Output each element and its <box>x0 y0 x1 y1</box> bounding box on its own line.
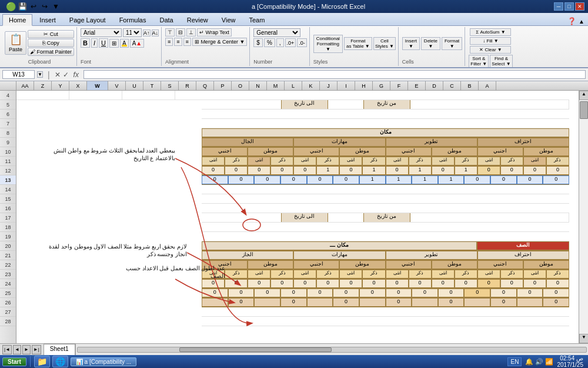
col-header-a[interactable]: A <box>479 81 496 90</box>
col-header-aa[interactable]: AA <box>16 81 34 90</box>
row-12[interactable]: 12 <box>0 166 16 175</box>
sheet-nav-next[interactable]: ► <box>22 345 31 354</box>
font-size-select[interactable]: 11 <box>123 28 142 37</box>
row-16[interactable]: 16 <box>0 204 16 213</box>
taskbar-file-manager[interactable]: 📁 <box>34 356 50 367</box>
merge-center-btn[interactable]: ⊞ Merge & Center ▼ <box>192 38 247 46</box>
copy-btn[interactable]: ⎘ Copy <box>28 39 74 47</box>
col-header-r[interactable]: R <box>179 81 196 90</box>
minimize-btn[interactable]: ─ <box>554 2 563 11</box>
col-header-w[interactable]: W <box>87 81 108 90</box>
ribbon-minimize-btn[interactable]: ▲ <box>579 18 584 25</box>
start-btn[interactable]: Start <box>2 357 26 366</box>
undo-quick-btn[interactable]: ↩ <box>29 2 38 11</box>
row-13[interactable]: 13 <box>0 175 16 185</box>
taskbar-excel-active[interactable]: 📊 a [Compatibility ... <box>71 357 136 366</box>
row-15[interactable]: 15 <box>0 194 16 204</box>
italic-btn[interactable]: I <box>91 38 98 48</box>
col-header-o[interactable]: O <box>232 81 249 90</box>
row-9[interactable]: 9 <box>0 138 16 147</box>
scroll-up-btn[interactable]: ▲ <box>579 91 588 100</box>
redo-quick-btn[interactable]: ↪ <box>40 2 49 11</box>
tab-insert[interactable]: Insert <box>33 14 62 25</box>
bold-btn[interactable]: B <box>81 38 90 48</box>
col-header-l[interactable]: L <box>285 81 302 90</box>
maximize-btn[interactable]: □ <box>564 2 574 11</box>
clear-btn[interactable]: ✕ Clear ▼ <box>470 46 511 54</box>
underline-btn[interactable]: U <box>99 38 108 48</box>
sheet-nav-last[interactable]: ►| <box>32 345 41 354</box>
tab-formulas[interactable]: Formulas <box>113 14 153 25</box>
row-18[interactable]: 18 <box>0 223 16 232</box>
align-middle-btn[interactable]: ⊟ <box>176 28 185 37</box>
row-27[interactable]: 27 <box>0 307 16 317</box>
tab-page-layout[interactable]: Page Layout <box>63 14 112 25</box>
col-header-i[interactable]: I <box>338 81 355 90</box>
h-scrollbar-track[interactable] <box>77 347 587 353</box>
col-header-p[interactable]: P <box>214 81 232 90</box>
tab-home[interactable]: Home <box>2 14 32 26</box>
cancel-formula-btn[interactable]: ✕ <box>55 71 61 79</box>
select-all-btn[interactable] <box>0 81 16 90</box>
scroll-thumb[interactable] <box>580 101 588 119</box>
align-left-btn[interactable]: ≡ <box>165 38 173 46</box>
enter-formula-btn[interactable]: ✓ <box>63 71 69 79</box>
col-header-c[interactable]: C <box>443 81 461 90</box>
row-23[interactable]: 23 <box>0 270 16 279</box>
help-btn[interactable]: ❓ <box>567 17 576 25</box>
h-scrollbar-thumb[interactable] <box>179 347 332 352</box>
find-select-btn[interactable]: Find &Select ▼ <box>490 55 512 68</box>
row-14[interactable]: 14 <box>0 185 16 194</box>
col-header-m[interactable]: M <box>267 81 285 90</box>
format-as-table-btn[interactable]: Formatas Table ▼ <box>344 37 372 50</box>
row-7[interactable]: 7 <box>0 119 16 128</box>
col-header-u[interactable]: U <box>126 81 143 90</box>
increase-decimal-btn[interactable]: .0+ <box>285 38 296 47</box>
col-header-v[interactable]: V <box>108 81 126 90</box>
row-19[interactable]: 19 <box>0 232 16 241</box>
col-header-s[interactable]: S <box>161 81 179 90</box>
name-box[interactable] <box>2 70 35 79</box>
format-painter-btn[interactable]: 🖌 Format Painter <box>28 48 74 56</box>
tab-team[interactable]: Team <box>242 14 271 25</box>
font-shrink-btn[interactable]: A↓ <box>152 29 159 37</box>
comma-btn[interactable]: , <box>276 38 284 47</box>
row-6[interactable]: 6 <box>0 110 16 119</box>
row-8[interactable]: 8 <box>0 128 16 138</box>
format-cells-btn[interactable]: Format▼ <box>442 37 462 50</box>
close-btn[interactable]: ✕ <box>575 2 584 11</box>
row-26[interactable]: 26 <box>0 298 16 307</box>
taskbar-browser[interactable]: 🌐 <box>52 356 68 367</box>
decrease-decimal-btn[interactable]: .0- <box>297 38 307 47</box>
scroll-track[interactable] <box>579 100 588 334</box>
sheet-nav-prev[interactable]: ◄ <box>13 345 21 354</box>
row-20[interactable]: 20 <box>0 241 16 251</box>
border-btn[interactable]: ⊞ <box>109 39 119 48</box>
tab-view[interactable]: View <box>215 14 242 25</box>
col-header-y[interactable]: Y <box>52 81 69 90</box>
row-24[interactable]: 24 <box>0 279 16 289</box>
formula-input[interactable] <box>83 70 586 79</box>
col-header-q[interactable]: Q <box>196 81 214 90</box>
row-21[interactable]: 21 <box>0 251 16 260</box>
row-28[interactable]: 28 <box>0 317 16 326</box>
row-10[interactable]: 10 <box>0 147 16 157</box>
dropdown-quick-btn[interactable]: ▼ <box>51 2 61 11</box>
sheet-nav-first[interactable]: |◄ <box>2 345 12 354</box>
cut-btn[interactable]: ✂ Cut <box>28 30 74 38</box>
col-header-x[interactable]: X <box>69 81 87 90</box>
row-11[interactable]: 11 <box>0 157 16 166</box>
sort-filter-btn[interactable]: Sort &Filter ▼ <box>469 55 489 68</box>
insert-cells-btn[interactable]: Insert▼ <box>402 37 420 50</box>
row-5[interactable]: 5 <box>0 100 16 110</box>
col-header-b[interactable]: B <box>461 81 479 90</box>
fill-color-btn[interactable]: A <box>120 39 129 48</box>
delete-cells-btn[interactable]: Delete▼ <box>421 37 440 50</box>
tab-review[interactable]: Review <box>181 14 215 25</box>
col-header-j[interactable]: J <box>320 81 338 90</box>
row-4[interactable]: 4 <box>0 91 16 100</box>
align-right-btn[interactable]: ≡ <box>183 38 191 46</box>
col-header-e[interactable]: E <box>408 81 426 90</box>
col-header-z[interactable]: Z <box>34 81 52 90</box>
tab-data[interactable]: Data <box>153 14 179 25</box>
